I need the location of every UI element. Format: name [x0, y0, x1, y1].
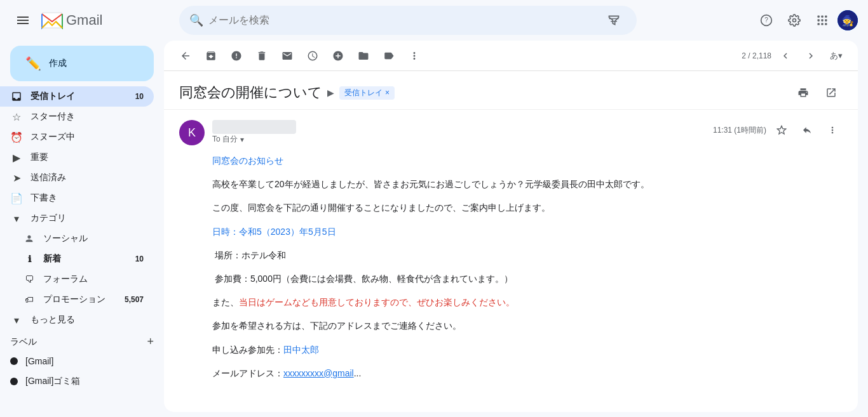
body-line4: 日時：令和5（2023）年5月5日	[212, 224, 843, 240]
report-button[interactable]	[225, 44, 248, 67]
reply-icon	[802, 125, 812, 135]
gmail-logo: Gmail	[41, 9, 102, 32]
settings-icon	[788, 14, 801, 27]
back-icon	[180, 50, 191, 62]
archive-button[interactable]	[200, 44, 222, 67]
sidebar-item-inbox[interactable]: 受信トレイ 10	[0, 86, 154, 107]
apps-button[interactable]	[810, 8, 835, 33]
social-label: ソーシャル	[43, 233, 144, 244]
avatar-image: 🧙	[837, 10, 858, 30]
back-button[interactable]	[174, 44, 197, 67]
message-header: K 田中太郎 To 自分 ▾ 11:31 (1時間前)	[179, 110, 843, 153]
body-line5: 場所：ホテル令和	[212, 248, 843, 263]
compose-label: 作成	[49, 58, 67, 69]
archive-icon	[205, 50, 217, 62]
subject-arrow-icon: ▶	[327, 88, 334, 98]
search-filter-button[interactable]	[601, 8, 627, 33]
inbox-tag-label: 受信トレイ	[344, 88, 383, 98]
more-icon: ▾	[10, 314, 23, 326]
body-line9: 申し込み参加先：田中太郎	[212, 342, 843, 358]
svg-rect-6	[821, 16, 823, 18]
categories-label: カテゴリ	[31, 213, 144, 224]
snooze-icon: ⏰	[10, 131, 23, 143]
starred-label: スター付き	[31, 111, 144, 122]
filter-icon	[607, 14, 620, 27]
sidebar: ✏️ 作成 受信トレイ 10 ☆ スター付き ⏰ スヌーズ中 ▶ 重要 ➤ 送信…	[0, 41, 164, 417]
snooze-button[interactable]	[301, 44, 324, 67]
sidebar-item-starred[interactable]: ☆ スター付き	[0, 107, 154, 127]
label-gmail-trash[interactable]: [Gmail]ゴミ箱	[0, 371, 154, 392]
sidebar-item-promo[interactable]: 🏷 プロモーション 5,507	[0, 289, 154, 310]
star-message-button[interactable]	[771, 120, 792, 140]
next-icon	[805, 50, 817, 62]
social-icon	[23, 234, 36, 244]
important-icon: ▶	[10, 152, 23, 164]
topbar: Gmail 🔍 ?	[0, 0, 868, 41]
search-input[interactable]	[208, 15, 601, 26]
popout-button[interactable]	[820, 81, 843, 104]
forum-label: フォーラム	[43, 274, 144, 285]
more-horiz-icon	[827, 125, 837, 135]
avatar-button[interactable]: 🧙	[837, 10, 858, 30]
print-icon	[797, 87, 809, 98]
labels-title: ラベル	[10, 336, 37, 348]
body-email-link[interactable]: xxxxxxxxx@gmail	[283, 368, 354, 378]
promo-icon: 🏷	[23, 295, 36, 305]
label-gmail[interactable]: [Gmail]	[0, 351, 154, 371]
sidebar-item-categories[interactable]: ▾ カテゴリ	[0, 208, 154, 228]
sidebar-item-new[interactable]: ℹ 新着 10	[0, 249, 154, 269]
promo-label: プロモーション	[43, 294, 125, 305]
label-gmail-trash-text: [Gmail]ゴミ箱	[25, 376, 80, 387]
drafts-label: 下書き	[31, 192, 144, 204]
svg-rect-13	[825, 23, 827, 25]
prev-email-button[interactable]	[774, 44, 797, 67]
label-icon	[383, 50, 395, 62]
help-button[interactable]: ?	[754, 8, 779, 33]
lang-toggle-button[interactable]: あ▾	[825, 44, 848, 67]
svg-rect-8	[818, 19, 820, 21]
sidebar-item-forum[interactable]: 🗨 フォーラム	[0, 269, 154, 289]
sidebar-item-important[interactable]: ▶ 重要	[0, 147, 154, 168]
compose-button[interactable]: ✏️ 作成	[10, 46, 154, 81]
add-task-button[interactable]	[327, 44, 349, 67]
next-email-button[interactable]	[799, 44, 822, 67]
label-dot-gmail-trash	[10, 378, 18, 385]
forum-icon: 🗨	[23, 274, 36, 284]
search-bar[interactable]: 🔍	[179, 6, 637, 35]
settings-button[interactable]	[782, 8, 807, 33]
print-button[interactable]	[792, 81, 815, 104]
prev-icon	[780, 50, 791, 62]
pagination-text: 2 / 2,118	[742, 51, 771, 60]
body-line8: 参加を希望される方は、下記のアドレスまでご連絡ください。	[212, 318, 843, 334]
more-actions-button[interactable]	[403, 44, 426, 67]
sidebar-item-more[interactable]: ▾ もっと見る	[0, 310, 154, 330]
sidebar-item-social[interactable]: ソーシャル	[0, 228, 154, 249]
sender-avatar: K	[179, 120, 205, 145]
sidebar-item-sent[interactable]: ➤ 送信済み	[0, 168, 154, 188]
reply-button[interactable]	[797, 120, 817, 140]
mark-unread-button[interactable]	[276, 44, 299, 67]
move-button[interactable]	[352, 44, 375, 67]
sidebar-item-drafts[interactable]: 📄 下書き	[0, 188, 154, 208]
body-link-name[interactable]: 田中太郎	[283, 345, 319, 355]
inbox-tag-close-button[interactable]: ×	[385, 88, 390, 97]
inbox-tag: 受信トレイ ×	[339, 86, 395, 100]
hamburger-icon	[17, 15, 29, 26]
sender-to[interactable]: To 自分 ▾	[212, 134, 713, 145]
topbar-left: Gmail	[10, 8, 174, 33]
email-subject-bar: 同窓会の開催について ▶ 受信トレイ ×	[164, 71, 858, 110]
more-message-button[interactable]	[822, 120, 843, 140]
compose-icon: ✏️	[25, 56, 41, 71]
svg-text:🧙: 🧙	[841, 15, 854, 27]
message-body: 同窓会のお知らせ 高校を卒業して20年が経過しましたが、皆さまお元気にお過ごしで…	[179, 153, 843, 404]
sidebar-item-snoozed[interactable]: ⏰ スヌーズ中	[0, 127, 154, 147]
promo-badge: 5,507	[125, 295, 144, 304]
label-button[interactable]	[377, 44, 400, 67]
sent-icon: ➤	[10, 172, 23, 184]
body-line1-link[interactable]: 同窓会のお知らせ	[212, 156, 283, 166]
menu-button[interactable]	[10, 8, 36, 33]
clock-icon	[307, 50, 318, 62]
labels-add-button[interactable]: +	[147, 335, 154, 348]
delete-button[interactable]	[250, 44, 273, 67]
body-line2: 高校を卒業して20年が経過しましたが、皆さまお元気にお過ごしでしょうか？元学級委…	[212, 176, 843, 192]
